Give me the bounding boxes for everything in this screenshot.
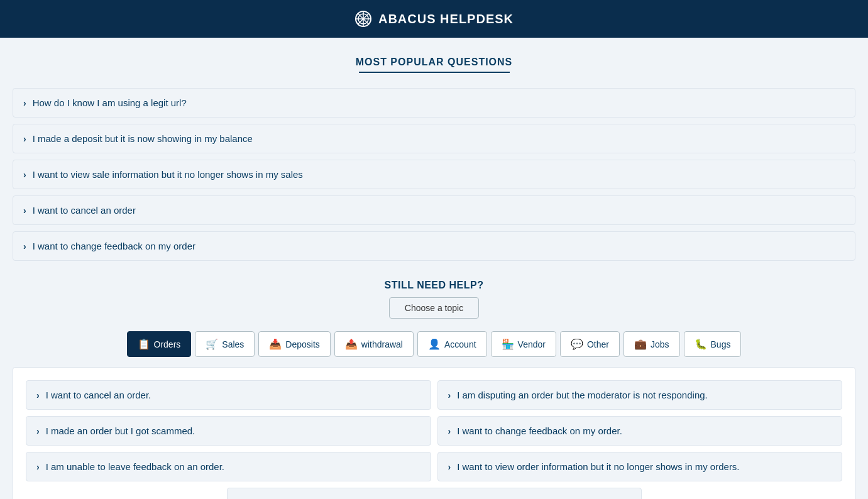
order-faq-text-4: I want to change feedback on my order. [457,425,622,436]
tab-sales-label: Sales [222,339,244,349]
tab-deposits-label: Deposits [285,339,319,349]
faq-text-5: I want to change feedback on my order [33,241,195,251]
choose-topic-button[interactable]: Choose a topic [389,297,479,319]
chevron-right-icon: › [36,462,40,472]
tab-orders-label: Orders [154,339,181,349]
faq-item-2[interactable]: › I made a deposit but it is now showing… [13,124,855,153]
abacus-logo-icon [354,10,372,28]
tab-account-label: Account [444,339,476,349]
order-faq-5[interactable]: › I am unable to leave feedback on an or… [26,452,431,481]
chevron-right-icon: › [23,206,26,216]
chevron-right-icon: › [448,462,451,472]
tab-account[interactable]: 👤 Account [417,331,487,357]
chevron-right-icon: › [448,426,451,436]
faq-text-4: I want to cancel an order [33,205,136,216]
popular-questions-title: MOST POPULAR QUESTIONS [13,57,855,68]
order-faq-text-6: I want to view order information but it … [457,461,739,472]
jobs-icon: 💼 [634,338,647,350]
tab-other-label: Other [587,339,609,349]
faq-item-4[interactable]: › I want to cancel an order [13,195,855,225]
chevron-right-icon: › [36,426,40,436]
order-faq-text-1: I want to cancel an order. [46,390,151,400]
tab-vendor-label: Vendor [518,339,546,349]
order-faq-3[interactable]: › I made an order but I got scammed. [26,416,431,446]
tab-deposits[interactable]: 📥 Deposits [258,331,330,357]
page-header: ABACUS HELPDESK [0,0,868,38]
chevron-right-icon: › [23,98,26,108]
faq-text-3: I want to view sale information but it n… [33,169,303,180]
bugs-icon: 🐛 [695,338,707,350]
faq-item-1[interactable]: › How do I know I am using a legit url? [13,88,855,118]
chevron-right-icon: › [23,170,26,180]
order-faq-text-5: I am unable to leave feedback on an orde… [46,461,224,472]
tab-jobs[interactable]: 💼 Jobs [624,331,680,357]
section-divider [359,72,510,73]
popular-questions-section: MOST POPULAR QUESTIONS › How do I know I… [13,57,855,261]
orders-panel: › I want to cancel an order. › I am disp… [13,367,855,499]
header-title: ABACUS HELPDESK [378,12,514,26]
faq-item-5[interactable]: › I want to change feedback on my order [13,231,855,261]
still-need-help-top: STILL NEED HELP? Choose a topic [13,280,855,319]
tab-orders[interactable]: 📋 Orders [127,331,192,357]
account-icon: 👤 [428,338,441,350]
order-faq-4[interactable]: › I want to change feedback on my order. [437,416,843,446]
tab-sales[interactable]: 🛒 Sales [195,331,255,357]
faq-text-1: How do I know I am using a legit url? [33,97,187,108]
deposits-icon: 📥 [269,338,282,350]
faq-item-3[interactable]: › I want to view sale information but it… [13,160,855,189]
orders-icon: 📋 [138,338,150,350]
chevron-right-icon: › [23,134,26,144]
topic-tabs-container: 📋 Orders 🛒 Sales 📥 Deposits 📤 withdrawal… [13,331,855,357]
order-faq-1[interactable]: › I want to cancel an order. [26,380,431,410]
orders-grid: › I want to cancel an order. › I am disp… [26,380,842,481]
still-need-help-title-top: STILL NEED HELP? [13,280,855,291]
sales-icon: 🛒 [206,338,218,350]
withdrawal-icon: 📤 [345,338,358,350]
faq-text-2: I made a deposit but it is now showing i… [33,133,253,144]
tab-vendor[interactable]: 🏪 Vendor [491,331,556,357]
order-faq-text-3: I made an order but I got scammed. [46,425,195,436]
tab-jobs-label: Jobs [651,339,669,349]
chevron-right-icon: › [36,390,40,400]
tab-bugs[interactable]: 🐛 Bugs [684,331,742,357]
tab-bugs-label: Bugs [711,339,731,349]
order-faq-2[interactable]: › I am disputing an order but the modera… [437,380,843,410]
order-faq-6[interactable]: › I want to view order information but i… [437,452,843,481]
order-faq-text-2: I am disputing an order but the moderato… [457,390,708,400]
chevron-right-icon: › [23,241,26,251]
tab-withdrawal-label: withdrawal [361,339,403,349]
chevron-right-icon: › [448,390,451,400]
other-icon: 💬 [571,338,583,350]
tab-withdrawal[interactable]: 📤 withdrawal [334,331,414,357]
order-faq-single[interactable]: › Vendor is asking me to finalize early,… [227,488,642,499]
vendor-icon: 🏪 [502,338,514,350]
tab-other[interactable]: 💬 Other [560,331,620,357]
